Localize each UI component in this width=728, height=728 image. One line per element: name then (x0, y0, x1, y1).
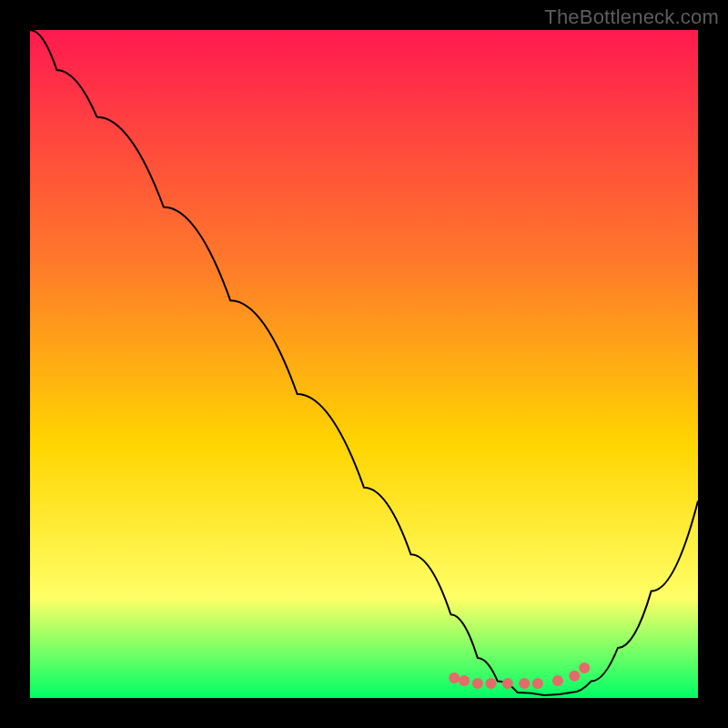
marker-dot (459, 675, 470, 686)
watermark-text: TheBottleneck.com (544, 5, 719, 29)
marker-dot (579, 662, 590, 673)
chart-container: TheBottleneck.com (0, 0, 728, 728)
marker-dot (472, 678, 483, 689)
gradient-background (30, 30, 698, 698)
marker-dot (552, 675, 563, 686)
marker-dot (449, 672, 460, 683)
marker-dot (502, 678, 513, 689)
marker-dot (519, 678, 530, 689)
marker-dot (569, 671, 580, 682)
chart-svg (30, 30, 698, 698)
marker-dot (486, 678, 497, 689)
plot-area (30, 30, 698, 698)
marker-dot (532, 678, 543, 689)
